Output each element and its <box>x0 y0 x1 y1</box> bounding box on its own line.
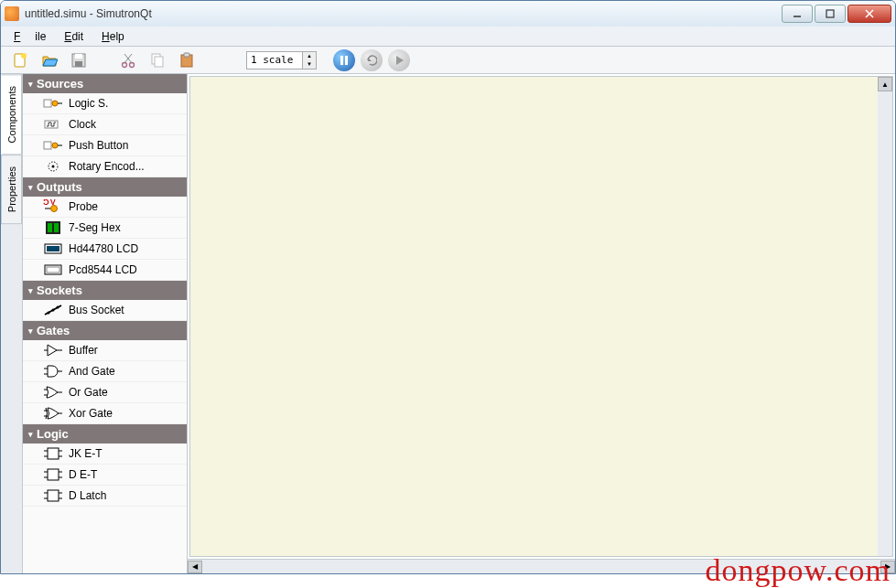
component-label: Probe <box>69 200 98 213</box>
category-header[interactable]: Sources <box>23 74 187 93</box>
component-label: And Gate <box>69 365 115 378</box>
component-item[interactable]: Buffer <box>23 340 187 361</box>
svg-point-24 <box>52 143 58 148</box>
scale-up-button[interactable]: ▲ <box>303 52 316 60</box>
play-button[interactable] <box>388 49 410 71</box>
component-item[interactable]: Clock <box>23 114 187 135</box>
component-item[interactable]: Hd44780 LCD <box>23 239 187 260</box>
app-window: untitled.simu - SimutronQt File Edit Hel… <box>0 0 896 574</box>
category-header[interactable]: Sockets <box>23 281 187 300</box>
scroll-left-button[interactable]: ◀ <box>188 561 202 573</box>
component-label: Rotary Encod... <box>69 160 145 173</box>
svg-rect-14 <box>155 57 163 67</box>
svg-point-40 <box>52 309 55 312</box>
component-label: JK E-T <box>69 447 103 460</box>
step-button[interactable] <box>361 49 383 71</box>
svg-rect-8 <box>75 61 82 67</box>
category-header[interactable]: Logic <box>23 424 187 444</box>
logic-source-icon <box>43 96 63 111</box>
titlebar: untitled.simu - SimutronQt <box>1 1 895 27</box>
menubar: File Edit Help <box>1 27 895 47</box>
svg-point-41 <box>57 306 59 309</box>
svg-rect-35 <box>47 246 59 251</box>
push-button-icon <box>43 138 63 153</box>
svg-point-10 <box>130 62 135 67</box>
save-file-button[interactable] <box>67 48 91 72</box>
component-label: Or Gate <box>69 386 108 399</box>
open-file-button[interactable] <box>38 48 61 72</box>
component-item[interactable]: Pcd8544 LCD <box>23 260 187 281</box>
svg-rect-1 <box>826 10 834 17</box>
scale-input[interactable] <box>247 54 302 66</box>
component-item[interactable]: Rotary Encod... <box>23 156 187 177</box>
copy-button[interactable] <box>146 48 169 72</box>
menu-help[interactable]: Help <box>94 28 132 45</box>
component-item[interactable]: Logic S. <box>23 93 187 114</box>
svg-point-9 <box>123 62 127 67</box>
component-item[interactable]: 5VProbe <box>23 197 187 218</box>
svg-point-30 <box>51 206 58 212</box>
menu-edit[interactable]: Edit <box>57 28 91 45</box>
xor-icon <box>43 406 63 421</box>
component-item[interactable]: 7-Seg Hex <box>23 218 187 239</box>
or-icon <box>43 385 63 400</box>
cut-button[interactable] <box>116 48 140 72</box>
minimize-button[interactable] <box>782 5 813 23</box>
component-label: Hd44780 LCD <box>69 242 138 255</box>
probe-icon: 5V <box>43 199 63 214</box>
svg-rect-33 <box>54 223 59 232</box>
component-label: Clock <box>69 118 96 131</box>
component-label: Logic S. <box>69 97 108 110</box>
svg-rect-19 <box>44 100 51 107</box>
component-item[interactable]: JK E-T <box>23 444 187 465</box>
svg-rect-37 <box>47 267 59 273</box>
svg-point-20 <box>52 101 58 106</box>
component-item[interactable]: Or Gate <box>23 382 187 403</box>
category-header[interactable]: Gates <box>23 321 187 340</box>
and-icon <box>43 364 63 379</box>
watermark: dongpow.com <box>706 553 891 588</box>
svg-rect-63 <box>48 490 59 501</box>
svg-rect-17 <box>340 56 343 65</box>
new-file-button[interactable] <box>8 48 32 72</box>
buffer-icon <box>43 343 63 358</box>
7seg-icon <box>43 220 63 235</box>
maximize-button[interactable] <box>815 5 846 23</box>
close-button[interactable] <box>847 5 891 23</box>
toolbar: ▲ ▼ <box>1 47 895 74</box>
svg-rect-58 <box>48 469 59 480</box>
svg-rect-16 <box>184 53 189 57</box>
svg-rect-32 <box>48 223 52 232</box>
svg-point-39 <box>48 312 50 315</box>
tab-components[interactable]: Components <box>1 74 22 155</box>
component-item[interactable]: Xor Gate <box>23 403 187 424</box>
component-label: Bus Socket <box>69 304 124 316</box>
component-item[interactable]: Bus Socket <box>23 300 187 321</box>
components-panel: SourcesLogic S.ClockPush ButtonRotary En… <box>23 74 188 573</box>
component-label: 7-Seg Hex <box>69 221 121 234</box>
tab-properties[interactable]: Properties <box>1 155 22 224</box>
scale-spinner[interactable]: ▲ ▼ <box>246 51 317 69</box>
pause-button[interactable] <box>333 49 355 71</box>
component-item[interactable]: D E-T <box>23 465 187 486</box>
component-label: Pcd8544 LCD <box>69 263 137 276</box>
clock-icon <box>43 117 63 132</box>
svg-rect-53 <box>48 448 59 459</box>
component-item[interactable]: Push Button <box>23 135 187 156</box>
svg-point-27 <box>52 166 55 168</box>
scale-down-button[interactable]: ▼ <box>303 60 316 69</box>
component-label: D Latch <box>69 489 106 502</box>
component-label: Xor Gate <box>69 407 113 420</box>
scroll-up-button[interactable]: ▲ <box>878 77 892 91</box>
component-item[interactable]: D Latch <box>23 486 187 507</box>
svg-point-5 <box>21 53 27 59</box>
menu-file[interactable]: File <box>6 28 53 45</box>
canvas[interactable]: ▲ <box>189 76 893 557</box>
svg-rect-7 <box>75 54 82 59</box>
category-header[interactable]: Outputs <box>23 177 187 197</box>
component-item[interactable]: And Gate <box>23 361 187 382</box>
vertical-scrollbar[interactable]: ▲ <box>878 77 892 556</box>
lcd1-icon <box>43 241 63 256</box>
paste-button[interactable] <box>175 48 199 72</box>
ff-icon <box>43 488 63 503</box>
